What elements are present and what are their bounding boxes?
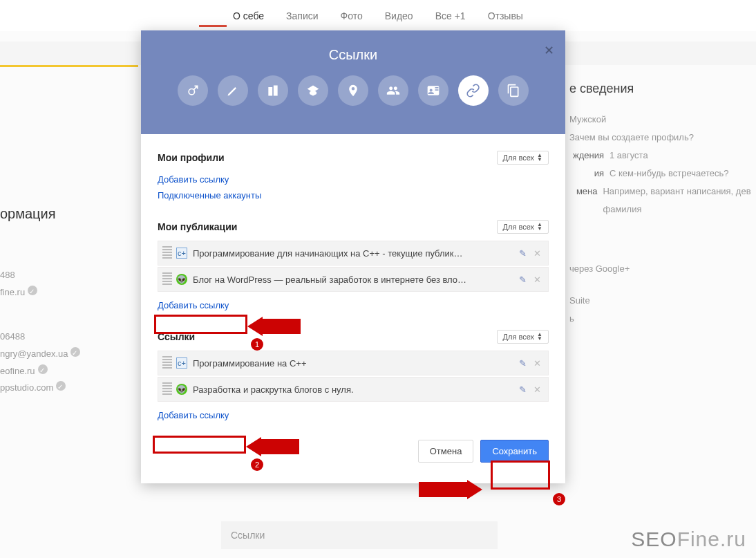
add-profile-link[interactable]: Добавить ссылку [158,174,229,185]
info-header: ормация [0,201,138,227]
link-item[interactable]: 👽 Разработка и раскрутка блогов с нуля. … [158,377,549,402]
favicon-icon: c+ [176,357,187,369]
item-title: Программирование для начинающих на C++ -… [193,248,512,259]
visibility-selector[interactable]: Для всех▲▼ [497,151,549,165]
pencil-icon[interactable] [218,75,248,106]
drag-handle-icon[interactable] [162,356,172,370]
relationship-icon[interactable] [378,75,408,106]
delete-icon[interactable]: ✕ [533,248,541,259]
contact-info-panel: ормация 488 fine.ru 06488 ngry@yandex.ua… [0,201,138,397]
education-icon[interactable] [298,75,328,106]
phone: 488 [0,267,138,284]
via-google: через Google+ [569,260,756,278]
cancel-button[interactable]: Отмена [418,440,474,463]
tab-plusones[interactable]: Все +1 [435,10,466,21]
dialog-title: Ссылки [141,47,565,63]
publication-item[interactable]: 👽 Блог на WordPress — реальный заработок… [158,267,549,292]
item-title: Разработка и раскрутка блогов с нуля. [193,384,512,395]
basic-info-header: е сведения [569,76,756,101]
item-title: Программирование на C++ [193,358,512,369]
annotation-box-2 [153,436,246,454]
birthday-value: 1 августа [609,147,648,165]
item-title: Блог на WordPress — реальный заработок в… [193,275,512,285]
tab-reviews[interactable]: Отзывы [488,10,523,21]
svg-point-0 [189,89,194,95]
verified-icon [56,381,66,391]
close-icon[interactable]: ✕ [544,43,554,58]
edit-icon[interactable]: ✎ [519,275,527,285]
copy-icon[interactable] [498,75,529,106]
building-icon[interactable] [258,75,288,106]
suite-text: Suite [569,292,756,310]
verified-icon [70,347,80,357]
edit-icon[interactable]: ✎ [519,384,527,395]
top-nav: О себе Записи Фото Видео Все +1 Отзывы [0,0,756,31]
add-publication-link[interactable]: Добавить ссылку [158,300,229,310]
annotation-badge-1: 1 [251,338,263,351]
profiles-section: Мои профили Для всех▲▼ Добавить ссылку П… [158,151,549,203]
save-button[interactable]: Сохранить [480,440,549,463]
connected-accounts-link[interactable]: Подключенные аккаунты [158,190,261,201]
links-field-below: Ссылки [221,512,498,549]
basic-info-panel: е сведения Мужской Зачем вы создаете про… [569,76,756,328]
site-link[interactable]: fine.ru [0,287,25,297]
delete-icon[interactable]: ✕ [533,275,541,285]
other-names: Например, вариант написания, дев фамилия [603,183,756,218]
publications-section: Мои публикации Для всех▲▼ c+ Программиро… [158,220,549,313]
site-link[interactable]: eofine.ru [0,366,35,376]
add-link-link[interactable]: Добавить ссылку [158,410,229,420]
gender-value: Мужской [569,111,756,129]
links-dialog: ✕ Ссылки Мои профили Для всех▲▼ Добавить… [141,30,565,483]
tab-videos[interactable]: Видео [385,10,413,21]
links-label: Ссылки [221,521,498,549]
edit-icon[interactable]: ✎ [519,358,527,369]
link-icon[interactable] [458,75,489,106]
tab-posts[interactable]: Записи [286,10,318,21]
phone: 06488 [0,328,138,346]
annotation-box-1 [154,315,247,334]
delete-icon[interactable]: ✕ [533,384,541,395]
link-item[interactable]: c+ Программирование на C++ ✎ ✕ [158,351,549,375]
relationship-value: С кем-нибудь встречаетесь? [609,165,729,183]
visibility-selector[interactable]: Для всех▲▼ [497,220,549,234]
tab-photos[interactable]: Фото [341,10,363,21]
publications-title: Мои публикации [158,221,237,232]
location-icon[interactable] [338,75,368,106]
favicon-icon: c+ [176,248,187,259]
watermark: SEOFine.ru [631,528,746,551]
drag-handle-icon[interactable] [162,246,172,260]
edit-icon[interactable]: ✎ [519,248,527,259]
favicon-icon: 👽 [176,274,187,285]
publication-item[interactable]: c+ Программирование для начинающих на C+… [158,241,549,266]
tab-about[interactable]: О себе [233,10,264,21]
drag-handle-icon[interactable] [162,382,172,396]
verified-icon [38,364,48,374]
why-profile: Зачем вы создаете профиль? [569,129,756,147]
contact-icon[interactable] [418,75,448,106]
gender-icon[interactable] [178,75,208,106]
profiles-title: Мои профили [158,152,225,163]
annotation-badge-2: 2 [251,458,263,471]
verified-icon [28,286,37,295]
share-text: ь [569,310,756,328]
links-section: Ссылки Для всех▲▼ c+ Программирование на… [158,330,549,423]
site-link[interactable]: ppstudio.com [0,382,53,393]
email: ngry@yandex.ua [0,348,68,359]
delete-icon[interactable]: ✕ [533,358,541,369]
annotation-box-3 [491,461,550,490]
drag-handle-icon[interactable] [162,272,172,286]
annotation-badge-3: 3 [553,493,565,505]
visibility-selector[interactable]: Для всех▲▼ [497,330,549,344]
favicon-icon: 👽 [176,384,187,395]
